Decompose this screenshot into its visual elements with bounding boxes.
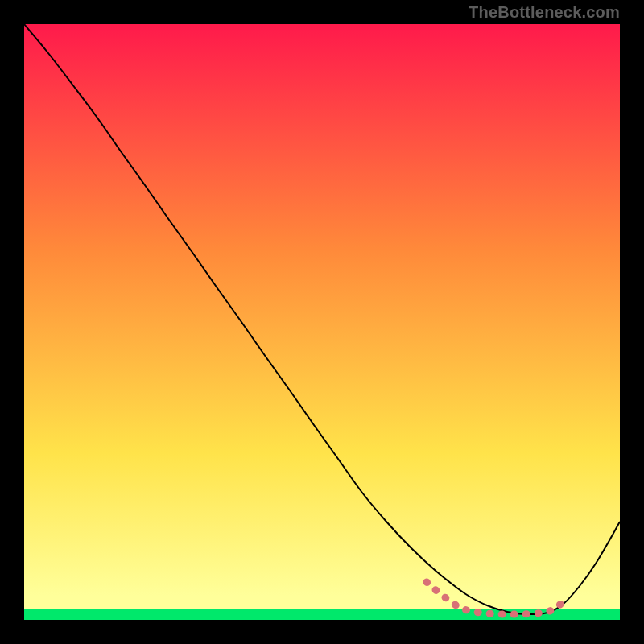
gradient-background — [24, 24, 620, 620]
plot-svg — [24, 24, 620, 620]
watermark-text: TheBottleneck.com — [469, 3, 620, 22]
plot-area — [24, 24, 620, 620]
chart-frame: { "watermark": "TheBottleneck.com", "cha… — [0, 0, 644, 644]
